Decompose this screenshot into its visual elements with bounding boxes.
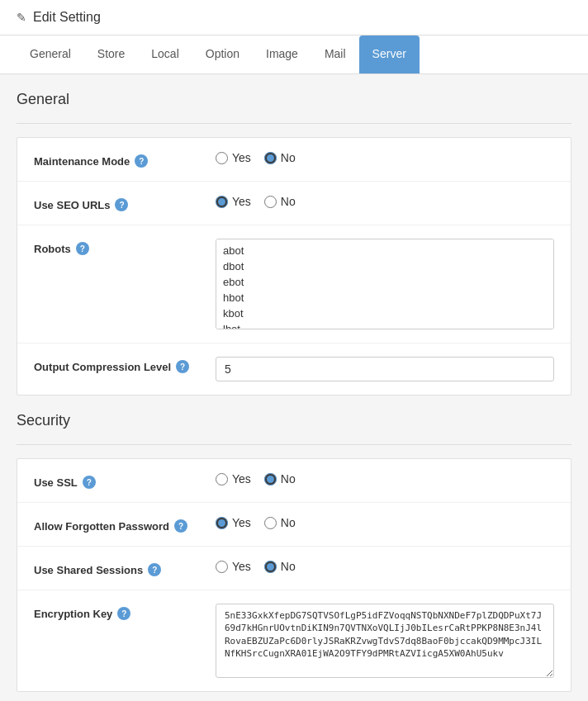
robots-label: Robots ? <box>34 239 216 255</box>
seo-urls-row: Use SEO URLs ? Yes No <box>17 182 571 225</box>
encryption-key-row: Encryption Key ? <box>17 590 571 691</box>
robots-help-icon[interactable]: ? <box>76 242 89 255</box>
maintenance-mode-help-icon[interactable]: ? <box>135 154 148 168</box>
ssl-yes-radio[interactable] <box>216 473 228 485</box>
shared-sessions-yes-radio[interactable] <box>216 561 228 573</box>
seo-urls-yes-radio[interactable] <box>216 196 228 208</box>
forgotten-password-radio-group: Yes No <box>216 516 296 529</box>
edit-icon: ✎ <box>17 11 26 24</box>
forgotten-password-yes-radio[interactable] <box>216 517 228 529</box>
maintenance-mode-label: Maintenance Mode ? <box>34 151 216 168</box>
ssl-row: Use SSL ? Yes No <box>17 459 571 503</box>
encryption-key-textarea[interactable] <box>216 604 554 678</box>
shared-sessions-no-radio[interactable] <box>264 561 277 573</box>
maintenance-mode-yes-label[interactable]: Yes <box>216 151 251 164</box>
forgotten-password-no-radio[interactable] <box>264 517 277 529</box>
page-header: ✎ Edit Setting <box>0 0 588 36</box>
maintenance-mode-row: Maintenance Mode ? Yes No <box>17 138 571 182</box>
tab-server[interactable]: Server <box>359 36 420 73</box>
output-compression-help-icon[interactable]: ? <box>176 360 189 373</box>
ssl-help-icon[interactable]: ? <box>83 476 96 489</box>
tab-option[interactable]: Option <box>192 36 253 73</box>
shared-sessions-row: Use Shared Sessions ? Yes No <box>17 547 571 590</box>
general-form-card: Maintenance Mode ? Yes No <box>17 137 571 395</box>
robots-row: Robots ? abot dbot ebot hbot kbot lbot <box>17 225 571 343</box>
robots-option-hbot[interactable]: hbot <box>220 290 550 306</box>
output-compression-row: Output Compression Level ? <box>17 343 571 395</box>
ssl-control: Yes No <box>216 472 554 485</box>
page-title: Edit Setting <box>33 10 101 25</box>
maintenance-mode-no-label[interactable]: No <box>264 151 296 164</box>
robots-select[interactable]: abot dbot ebot hbot kbot lbot <box>216 239 554 329</box>
seo-urls-yes-label[interactable]: Yes <box>216 195 251 208</box>
tab-mail[interactable]: Mail <box>311 36 359 73</box>
security-section-title: Security <box>17 412 571 436</box>
security-form-card: Use SSL ? Yes No <box>17 458 571 692</box>
maintenance-mode-control: Yes No <box>216 151 554 164</box>
forgotten-password-label: Allow Forgotten Password ? <box>34 516 216 533</box>
output-compression-label: Output Compression Level ? <box>34 357 216 373</box>
shared-sessions-control: Yes No <box>216 560 554 573</box>
ssl-no-radio[interactable] <box>264 473 277 485</box>
seo-urls-radio-group: Yes No <box>216 195 296 208</box>
robots-option-kbot[interactable]: kbot <box>220 306 550 321</box>
output-compression-input[interactable] <box>216 357 554 381</box>
ssl-yes-label[interactable]: Yes <box>216 472 251 485</box>
maintenance-mode-no-radio[interactable] <box>264 152 277 164</box>
forgotten-password-control: Yes No <box>216 516 554 529</box>
seo-urls-help-icon[interactable]: ? <box>115 198 128 211</box>
robots-option-abot[interactable]: abot <box>220 243 550 258</box>
general-section-title: General <box>17 91 571 115</box>
forgotten-password-yes-label[interactable]: Yes <box>216 516 251 529</box>
shared-sessions-radio-group: Yes No <box>216 560 296 573</box>
ssl-radio-group: Yes No <box>216 472 296 485</box>
tab-general[interactable]: General <box>17 36 84 73</box>
encryption-key-label: Encryption Key ? <box>34 604 216 620</box>
shared-sessions-label: Use Shared Sessions ? <box>34 560 216 576</box>
seo-urls-label: Use SEO URLs ? <box>34 195 216 211</box>
shared-sessions-help-icon[interactable]: ? <box>148 563 161 576</box>
robots-option-dbot[interactable]: dbot <box>220 258 550 274</box>
shared-sessions-yes-label[interactable]: Yes <box>216 560 251 573</box>
shared-sessions-no-label[interactable]: No <box>264 560 296 573</box>
forgotten-password-no-label[interactable]: No <box>264 516 296 529</box>
tabs-bar: General Store Local Option Image Mail Se… <box>0 36 588 74</box>
maintenance-mode-yes-radio[interactable] <box>216 152 228 164</box>
forgotten-password-row: Allow Forgotten Password ? Yes No <box>17 503 571 547</box>
content-area: General Maintenance Mode ? Yes <box>0 74 588 701</box>
security-section: Security Use SSL ? Yes <box>17 412 571 692</box>
tab-store[interactable]: Store <box>84 36 138 73</box>
seo-urls-no-radio[interactable] <box>264 196 277 208</box>
tab-local[interactable]: Local <box>138 36 192 73</box>
maintenance-mode-radio-group: Yes No <box>216 151 296 164</box>
general-section: General Maintenance Mode ? Yes <box>17 91 571 395</box>
seo-urls-control: Yes No <box>216 195 554 208</box>
encryption-key-help-icon[interactable]: ? <box>117 607 130 620</box>
ssl-label: Use SSL ? <box>34 472 216 489</box>
seo-urls-no-label[interactable]: No <box>264 195 296 208</box>
forgotten-password-help-icon[interactable]: ? <box>174 519 187 533</box>
tab-image[interactable]: Image <box>253 36 311 73</box>
robots-option-lbot[interactable]: lbot <box>220 321 550 329</box>
encryption-key-control <box>216 604 554 678</box>
output-compression-control <box>216 357 554 381</box>
robots-control: abot dbot ebot hbot kbot lbot <box>216 239 554 329</box>
ssl-no-label[interactable]: No <box>264 472 296 485</box>
robots-option-ebot[interactable]: ebot <box>220 274 550 290</box>
